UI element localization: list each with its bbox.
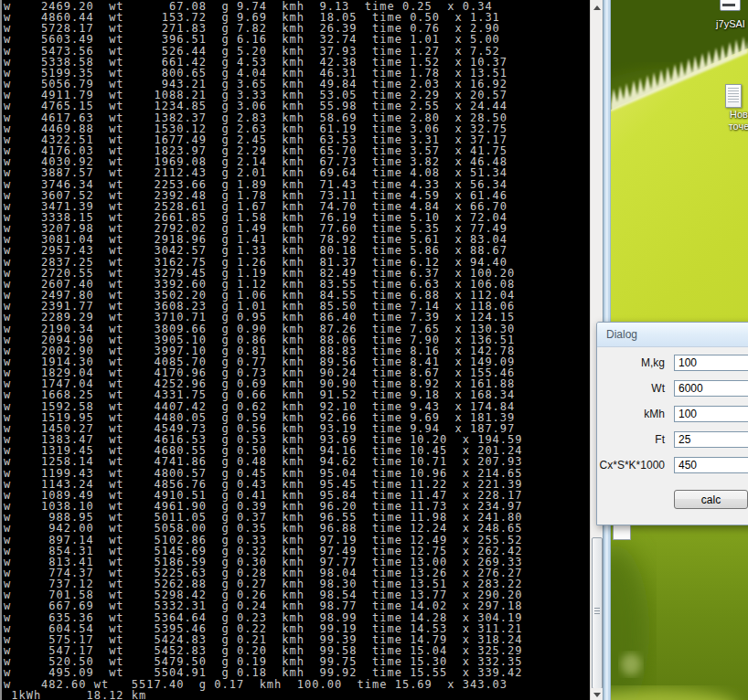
dialog-window: Dialog M,kg Wt kMh Ft Cx*S*K*1000 calc <box>596 322 748 525</box>
arrow-down-icon <box>593 693 601 697</box>
field-row-mass: M,kg <box>597 355 748 371</box>
background-window-fragment <box>613 525 631 540</box>
field-row-kmh: kMh <box>597 406 748 422</box>
ft-label: Ft <box>655 433 665 446</box>
dialog-title: Dialog <box>597 323 748 346</box>
dialog-titlebar[interactable]: Dialog <box>597 323 748 347</box>
app-icon[interactable] <box>720 0 741 11</box>
desktop-icon-label[interactable]: j7ySAI <box>700 18 748 30</box>
watt-label: Wt <box>651 382 665 395</box>
mass-label: M,kg <box>641 356 665 369</box>
mass-input[interactable] <box>674 355 748 371</box>
console-output: w 2469.20 wt 67.08 g 9.74 kmh 9.13 time … <box>2 0 590 700</box>
field-row-watt: Wt <box>597 380 748 397</box>
kmh-label: kMh <box>644 408 665 420</box>
scrollbar-thumb[interactable] <box>592 537 603 689</box>
calc-button[interactable]: calc <box>674 490 748 509</box>
console-window: w 2469.20 wt 67.08 g 9.74 kmh 9.13 time … <box>0 0 611 700</box>
console-viewport: w 2469.20 wt 67.08 g 9.74 kmh 9.13 time … <box>0 0 590 700</box>
document-icon-lines <box>728 88 739 104</box>
cxsk-input[interactable] <box>674 457 748 473</box>
cxsk-label: Cx*S*K*1000 <box>600 459 665 472</box>
grip-lines-icon <box>594 608 600 615</box>
document-icon[interactable] <box>725 84 742 108</box>
dialog-body: M,kg Wt kMh Ft Cx*S*K*1000 calc <box>597 347 748 525</box>
app-icon-detail <box>722 4 735 6</box>
scroll-down-button[interactable] <box>591 688 604 700</box>
kmh-input[interactable] <box>674 406 748 422</box>
field-row-ft: Ft <box>597 431 748 448</box>
desktop-icon-label[interactable]: Нов точе <box>711 109 748 133</box>
scroll-up-button[interactable] <box>591 0 604 14</box>
ft-input[interactable] <box>674 431 748 448</box>
field-row-cxsk: Cx*S*K*1000 <box>597 457 748 473</box>
arrow-up-icon <box>593 5 601 10</box>
watt-input[interactable] <box>674 380 748 397</box>
